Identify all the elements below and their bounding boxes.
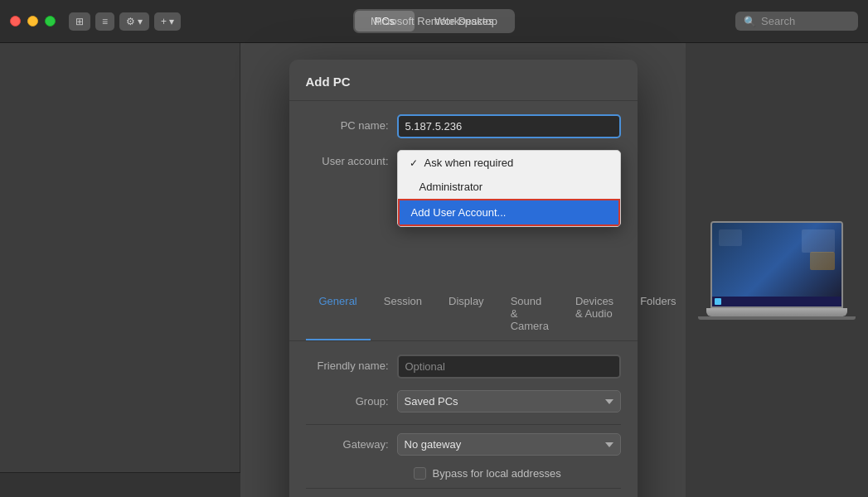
laptop-screen-inner — [712, 223, 841, 306]
toolbar-left: ⊞ ≡ ⚙ ▾ + ▾ — [69, 12, 181, 31]
add-pc-dialog: Add PC PC name: User account: Ask when r… — [289, 60, 638, 497]
maximize-button[interactable] — [45, 16, 56, 27]
dialog-container: Add PC PC name: User account: Ask when r… — [240, 43, 686, 497]
laptop-base — [706, 308, 847, 316]
traffic-lights — [10, 16, 56, 27]
gear-icon: ⚙ — [126, 16, 135, 27]
window-title: Microsoft Remote Desktop — [371, 15, 497, 27]
form-area: PC name: User account: Ask when required… — [289, 101, 638, 181]
chevron-down-icon: ▾ — [138, 16, 143, 27]
plus-icon: + — [161, 16, 167, 27]
ask-when-required-option[interactable]: Ask when required — [398, 151, 620, 175]
tab-sound-camera[interactable]: Sound & Camera — [497, 288, 562, 340]
win-start-button — [715, 298, 721, 305]
minimize-button[interactable] — [27, 16, 38, 27]
bypass-row: Bypass for local addresses — [306, 467, 621, 480]
list-icon: ≡ — [102, 16, 108, 27]
right-panel — [686, 43, 868, 497]
sidebar — [0, 43, 240, 497]
friendly-name-row: Friendly name: — [306, 355, 621, 379]
sidebar-bottom-bar — [0, 472, 240, 497]
add-button[interactable]: + ▾ — [154, 12, 181, 31]
gateway-label: Gateway: — [306, 433, 397, 451]
friendly-name-input[interactable] — [397, 355, 621, 379]
pc-name-label: PC name: — [306, 114, 397, 132]
bypass-checkbox[interactable] — [414, 467, 426, 480]
user-account-label: User account: — [306, 150, 397, 167]
grid-view-button[interactable]: ⊞ — [69, 12, 90, 31]
dialog-title: Add PC — [289, 60, 638, 101]
bypass-label: Bypass for local addresses — [433, 467, 561, 480]
tab-folders[interactable]: Folders — [627, 288, 689, 340]
laptop-screen — [710, 221, 843, 308]
friendly-name-label: Friendly name: — [306, 355, 397, 372]
administrator-option[interactable]: Administrator — [398, 175, 620, 199]
win-taskbar — [712, 297, 841, 306]
chevron-down-icon-2: ▾ — [169, 16, 174, 27]
laptop-bottom — [698, 316, 856, 320]
laptop-illustration — [698, 221, 856, 320]
search-icon: 🔍 — [744, 16, 756, 27]
tab-session[interactable]: Session — [371, 288, 435, 340]
list-view-button[interactable]: ≡ — [95, 12, 114, 31]
group-row: Group: Saved PCs None Add Group... — [306, 390, 621, 413]
pc-name-input[interactable] — [397, 114, 621, 138]
group-select[interactable]: Saved PCs None Add Group... — [397, 390, 621, 413]
tab-general[interactable]: General — [306, 288, 371, 340]
tab-row: General Session Display Sound & Camera D… — [289, 288, 638, 341]
grid-icon: ⊞ — [75, 16, 84, 27]
search-box[interactable]: 🔍 — [735, 12, 858, 31]
form-area-2: Friendly name: Group: Saved PCs None Add… — [289, 341, 638, 497]
gateway-select[interactable]: No gateway Add Gateway... — [397, 433, 621, 456]
main-area: Add PC PC name: User account: Ask when r… — [0, 43, 868, 497]
tab-devices-audio[interactable]: Devices & Audio — [562, 288, 627, 340]
settings-button[interactable]: ⚙ ▾ — [119, 12, 149, 31]
titlebar: ⊞ ≡ ⚙ ▾ + ▾ PCs Workspaces Microsoft Rem… — [0, 0, 868, 43]
gateway-row: Gateway: No gateway Add Gateway... — [306, 433, 621, 456]
section-divider-2 — [306, 488, 621, 489]
pc-name-row: PC name: — [306, 114, 621, 138]
close-button[interactable] — [10, 16, 21, 27]
add-user-account-option[interactable]: Add User Account... — [398, 199, 620, 226]
search-input[interactable] — [761, 15, 850, 27]
search-area: 🔍 — [735, 12, 858, 31]
group-label: Group: — [306, 390, 397, 408]
user-account-popup: Ask when required Administrator Add User… — [397, 150, 621, 227]
tab-display[interactable]: Display — [435, 288, 497, 340]
section-divider-1 — [306, 424, 621, 425]
user-account-row: User account: Ask when required Administ… — [306, 150, 621, 167]
